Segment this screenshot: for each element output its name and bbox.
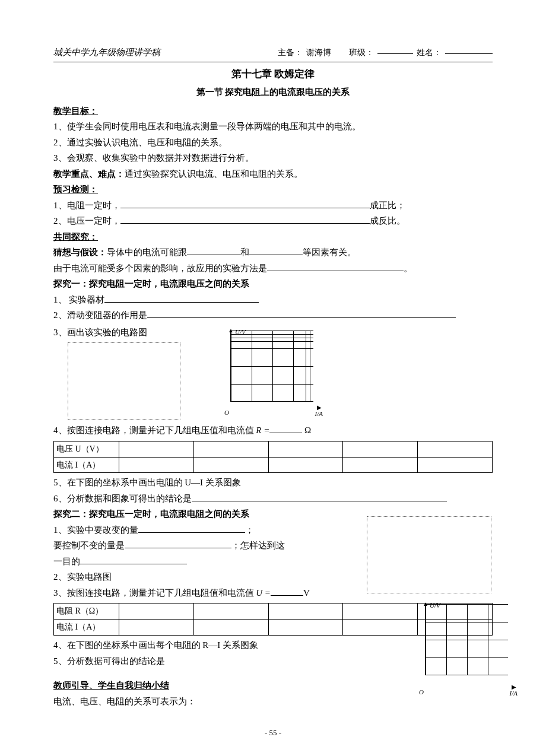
prep-label: 主备： [278, 46, 303, 60]
name-blank[interactable] [445, 46, 493, 54]
section-title: 第一节 探究电阻上的电流跟电压的关系 [53, 85, 493, 100]
inv1-row1-label: 电压 U（V） [54, 441, 119, 457]
inv2-1d: ；怎样达到这 [231, 541, 285, 550]
inv2-origin: O [419, 687, 424, 698]
header-fields: 主备： 谢海博 班级： 姓名： [278, 46, 493, 60]
goals-heading: 教学目标： [53, 104, 493, 119]
inv1-6: 6、分析数据和图象可得出的结论是 [53, 491, 493, 507]
inv1-3: 3、画出该实验的电路图 [53, 325, 184, 341]
inv2-1e-label: 一目的 [53, 557, 80, 566]
inv1-table[interactable]: 电压 U（V） 电流 I（A） [53, 441, 493, 474]
goal-3: 3、会观察、收集实验中的数据并对数据进行分析。 [53, 151, 493, 166]
inv1-origin: O [224, 407, 229, 418]
inv1-5: 5、在下图的坐标系中画出电阻的 U—I 关系图象 [53, 475, 493, 491]
preview-2a: 2、电压一定时， [53, 216, 120, 225]
inv1-6-label: 6、分析数据和图象可得出的结论是 [53, 494, 192, 503]
inv1-2-blank[interactable] [147, 309, 456, 318]
explore-heading: 共同探究： [53, 230, 493, 245]
inv2-1c-label: 要控制不变的量是 [53, 541, 125, 550]
preview-1: 1、电阻一定时，成正比； [53, 198, 493, 214]
inv2-3-blank[interactable] [271, 587, 303, 596]
inv1-2: 2、滑动变阻器的作用是 [53, 308, 493, 323]
difficulty-row: 教学重点、难点：通过实验探究认识电流、电压和电阻的关系。 [53, 167, 493, 182]
hypothesis: 猜想与假设：导体中的电流可能跟和等因素有关。 [53, 245, 493, 261]
summary-text: 电流、电压、电阻的关系可表示为： [53, 694, 493, 710]
inv1-1-label: 1、 实验器材 [53, 295, 104, 304]
inv1-graph[interactable]: ▲ U/V ▶ I/A O [220, 328, 320, 411]
inv1-ylabel: U/V [235, 326, 246, 338]
inv1-4: 4、按图连接电路，测量并记下几组电压值和电流值 R = Ω [53, 423, 493, 439]
inv2-1a-blank[interactable] [138, 524, 245, 533]
inv1-6-blank[interactable] [192, 493, 447, 501]
hyp-b: 和 [240, 247, 249, 257]
hyp-blank-2[interactable] [249, 246, 303, 255]
hyp-c: 等因素有关。 [303, 247, 356, 257]
goal-1: 1、使学生会同时使用电压表和电流表测量一段导体两端的电压和其中的电流。 [53, 119, 493, 135]
inv1-xlabel: I/A [315, 408, 323, 420]
goal-2: 2、通过实验认识电流、电压和电阻的关系。 [53, 135, 493, 151]
page-footer: - 55 - [0, 726, 546, 739]
inv1-2-label: 2、滑动变阻器的作用是 [53, 310, 147, 320]
name-label: 姓名： [417, 46, 442, 60]
inv2-1c-blank[interactable] [125, 539, 231, 548]
method-row: 由于电流可能受多个因素的影响，故应用的实验方法是。 [53, 261, 493, 277]
inv1-row2-label: 电流 I（A） [54, 457, 119, 473]
inv2-xlabel: I/A [510, 688, 518, 699]
page-header: 城关中学九年级物理讲学稿 主备： 谢海博 班级： 姓名： [53, 45, 493, 62]
difficulty-text: 通过实验探究认识电流、电压和电阻的关系。 [125, 169, 303, 179]
chapter-title: 第十七章 欧姆定律 [53, 66, 493, 83]
preview-heading: 预习检测： [53, 182, 493, 198]
preview-1b: 成正比； [370, 201, 405, 210]
method-text: 由于电流可能受多个因素的影响，故应用的实验方法是 [53, 263, 267, 273]
school-name: 城关中学九年级物理讲学稿 [53, 45, 278, 61]
hyp-blank-1[interactable] [187, 246, 240, 255]
preview-2b: 成反比。 [370, 216, 405, 225]
inv2-1e-blank[interactable] [80, 555, 187, 564]
hyp-a: 导体中的电流可能跟 [107, 247, 187, 257]
inv2-row1-label: 电阻 R（Ω） [54, 603, 119, 620]
inv2-ylabel: U/V [430, 600, 440, 611]
hyp-label: 猜想与假设： [53, 247, 107, 257]
prep-name: 谢海博 [306, 46, 331, 60]
inv1-1: 1、 实验器材 [53, 293, 493, 308]
inv2-3-text: 3、按图连接电路，测量并记下几组电阻值和电流值 [53, 588, 256, 598]
difficulty-label: 教学重点、难点： [53, 169, 125, 179]
inv2-1b: ； [245, 525, 254, 535]
preview-2-blank[interactable] [120, 215, 370, 224]
inv2-1a-label: 1、实验中要改变的量 [53, 525, 138, 535]
inv2-row2-label: 电流 I（A） [54, 620, 119, 636]
inv1-circuit-box[interactable] [68, 342, 180, 420]
preview-2: 2、电压一定时，成反比。 [53, 214, 493, 229]
inv2-graph[interactable]: ▲ U/V ▶ I/A O [414, 602, 515, 691]
inv1-1-blank[interactable] [104, 294, 259, 303]
inv1-4-unit: Ω [304, 425, 311, 435]
inv2-3-u: U = [256, 588, 271, 598]
method-blank[interactable] [267, 262, 404, 271]
table-row: 电流 I（A） [54, 457, 493, 473]
inv1-4-text: 4、按图连接电路，测量并记下几组电压值和电流值 [53, 425, 256, 435]
inv1-heading: 探究一：探究电阻一定时，电流跟电压之间的关系 [53, 277, 493, 292]
preview-1-blank[interactable] [120, 199, 370, 208]
inv1-4-blank[interactable] [269, 424, 302, 433]
table-row: 电压 U（V） [54, 441, 493, 457]
inv2-circuit-box[interactable] [367, 516, 491, 593]
class-label: 班级： [349, 46, 374, 60]
inv1-4-r: R = [256, 425, 269, 435]
inv2-3-unit: V [303, 588, 310, 598]
class-blank[interactable] [377, 46, 413, 54]
preview-1a: 1、电阻一定时， [53, 201, 120, 210]
